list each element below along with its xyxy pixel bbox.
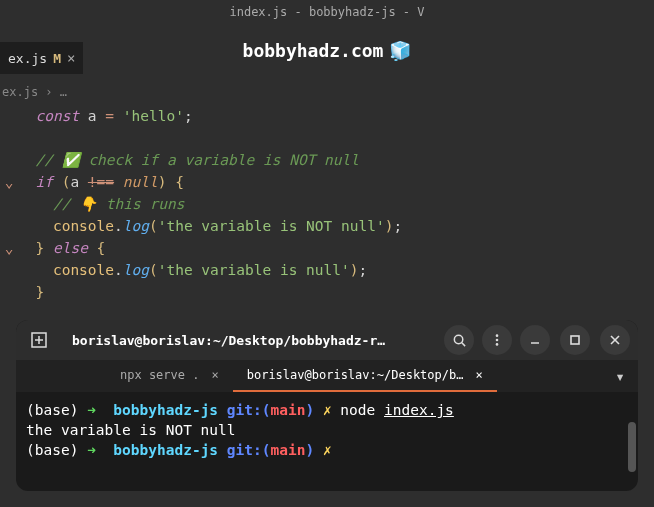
terminal-body[interactable]: (base) ➜ bobbyhadz-js git:(main) ✗ node … [16, 392, 638, 491]
keyword-if: if [35, 174, 52, 190]
site-banner: bobbyhadz.com🧊 [0, 40, 654, 61]
lparen: ( [149, 262, 158, 278]
lparen: ( [149, 218, 158, 234]
prompt-git: git:( [227, 402, 271, 418]
keyword-else: else [53, 240, 88, 256]
tab-filename: ex.js [8, 51, 47, 66]
close-icon[interactable]: × [211, 368, 218, 382]
prompt-dir: bobbyhadz-js [113, 402, 218, 418]
banner-text: bobbyhadz.com [243, 40, 384, 61]
semicolon: ; [359, 262, 368, 278]
lbrace: { [97, 240, 106, 256]
breadcrumb-file: ex.js [2, 85, 38, 99]
operator-neq: !== [88, 174, 114, 190]
rparen: ) [350, 262, 359, 278]
close-icon[interactable]: × [475, 368, 482, 382]
prompt-arrow-icon: ➜ [87, 402, 96, 418]
prompt-git-close: ) [305, 402, 314, 418]
svg-point-6 [496, 339, 499, 342]
svg-line-4 [461, 342, 464, 345]
log-method: log [123, 262, 149, 278]
lbrace: { [175, 174, 184, 190]
chevron-down-icon[interactable]: ▾ [602, 360, 638, 392]
string-notnull: 'the variable is NOT null' [158, 218, 385, 234]
breadcrumb-more: … [60, 85, 67, 99]
svg-point-3 [454, 335, 462, 343]
semicolon: ; [184, 108, 193, 124]
scrollbar[interactable] [628, 422, 636, 472]
terminal-header: borislav@borislav:~/Desktop/bobbyhadz-r… [16, 320, 638, 360]
prompt-git: git:( [227, 442, 271, 458]
cmd-arg: index.js [384, 402, 454, 418]
terminal-title: borislav@borislav:~/Desktop/bobbyhadz-r… [62, 333, 436, 348]
string-isnull: 'the variable is null' [158, 262, 350, 278]
tab-modified-badge: M [53, 51, 61, 66]
cmd-node: node [340, 402, 375, 418]
console-obj: console [53, 262, 114, 278]
chevron-right-icon: › [45, 85, 52, 99]
string-hello: 'hello' [123, 108, 184, 124]
dot: . [114, 218, 123, 234]
close-button[interactable] [600, 325, 630, 355]
svg-point-7 [496, 343, 499, 346]
prompt-arrow-icon: ➜ [87, 442, 96, 458]
dot: . [114, 262, 123, 278]
null-literal: null [123, 174, 158, 190]
search-icon[interactable] [444, 325, 474, 355]
editor-tab-bar: ex.js M × [0, 42, 83, 74]
fold-icon[interactable]: ⌄ [0, 237, 18, 259]
dirty-icon: ✗ [323, 442, 332, 458]
code-editor[interactable]: const a = 'hello'; // ✅ check if a varia… [0, 105, 654, 303]
maximize-button[interactable] [560, 325, 590, 355]
operator-eq: = [105, 108, 114, 124]
var-a: a [88, 108, 97, 124]
prompt-branch: main [270, 402, 305, 418]
file-tab-exjs[interactable]: ex.js M × [0, 42, 83, 74]
prompt-dir: bobbyhadz-js [113, 442, 218, 458]
svg-point-5 [496, 334, 499, 337]
fold-icon[interactable]: ⌄ [0, 171, 18, 193]
minimize-button[interactable] [520, 325, 550, 355]
dirty-icon: ✗ [323, 402, 332, 418]
var-a: a [70, 174, 79, 190]
comment-check: // ✅ check if a variable is NOT null [35, 152, 359, 168]
prompt-git-close: ) [305, 442, 314, 458]
ice-cube-icon: 🧊 [389, 40, 411, 61]
terminal-window: borislav@borislav:~/Desktop/bobbyhadz-r…… [16, 320, 638, 491]
keyword-const: const [35, 108, 79, 124]
window-title: index.js - bobbyhadz-js - V [0, 5, 654, 19]
rbrace: } [35, 240, 44, 256]
prompt-env: (base) [26, 402, 78, 418]
terminal-tab-active[interactable]: borislav@borislav:~/Desktop/b… × [233, 360, 497, 392]
terminal-output: the variable is NOT null [26, 422, 236, 438]
semicolon: ; [393, 218, 402, 234]
svg-rect-9 [571, 336, 579, 344]
rbrace: } [35, 284, 44, 300]
breadcrumb[interactable]: ex.js › … [0, 85, 67, 99]
terminal-tab-label: borislav@borislav:~/Desktop/b… [247, 368, 464, 382]
terminal-tab-bar: npx serve . × borislav@borislav:~/Deskto… [16, 360, 638, 392]
close-icon[interactable]: × [67, 50, 75, 66]
log-method: log [123, 218, 149, 234]
console-obj: console [53, 218, 114, 234]
terminal-tab-serve[interactable]: npx serve . × [106, 360, 233, 392]
menu-icon[interactable] [482, 325, 512, 355]
terminal-tab-label: npx serve . [120, 368, 199, 382]
new-tab-button[interactable] [24, 325, 54, 355]
prompt-branch: main [270, 442, 305, 458]
comment-runs: // 👇 this runs [53, 196, 185, 212]
prompt-env: (base) [26, 442, 78, 458]
rparen: ) [158, 174, 167, 190]
